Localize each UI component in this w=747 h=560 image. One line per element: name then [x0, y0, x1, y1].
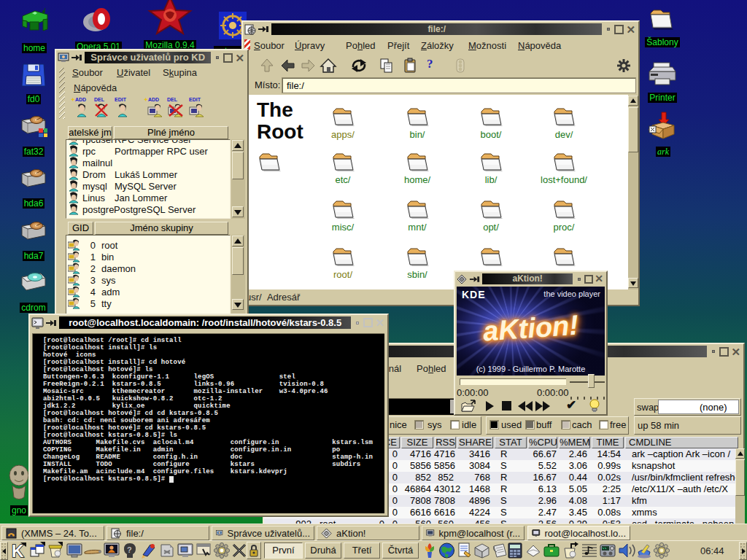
svg-text:?: ? [127, 545, 132, 554]
svg-text:K: K [12, 542, 24, 559]
